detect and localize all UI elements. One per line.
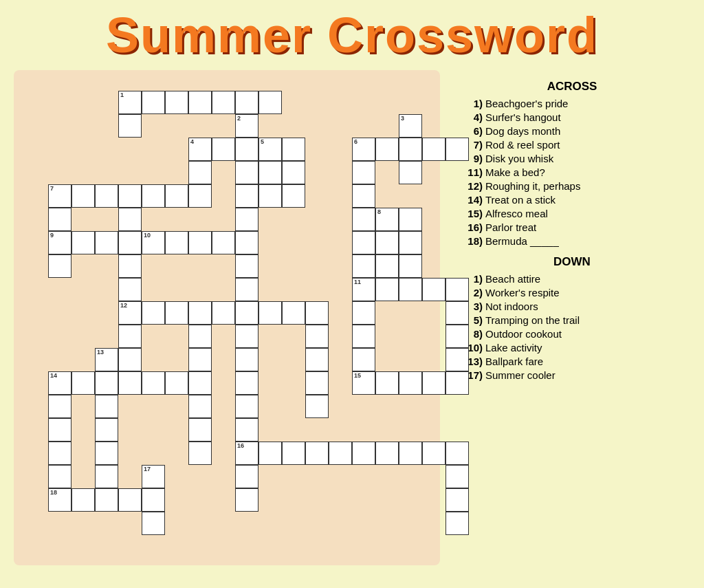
crossword-cell[interactable] — [446, 371, 469, 395]
crossword-cell[interactable] — [235, 138, 258, 161]
crossword-cell[interactable] — [329, 442, 352, 465]
crossword-cell[interactable] — [352, 325, 375, 348]
crossword-cell[interactable] — [212, 138, 235, 161]
crossword-cell[interactable] — [235, 465, 258, 488]
crossword-cell[interactable] — [48, 418, 72, 442]
crossword-cell[interactable] — [188, 301, 212, 325]
crossword-cell[interactable] — [258, 184, 282, 208]
crossword-cell[interactable] — [258, 161, 282, 184]
crossword-cell[interactable] — [282, 442, 305, 465]
crossword-cell[interactable] — [305, 325, 329, 348]
crossword-cell[interactable] — [165, 301, 188, 325]
crossword-cell[interactable] — [446, 465, 469, 488]
crossword-cell[interactable] — [352, 161, 375, 184]
crossword-cell[interactable] — [375, 371, 399, 395]
crossword-cell[interactable] — [399, 278, 422, 301]
crossword-cell[interactable] — [95, 418, 118, 442]
crossword-cell[interactable] — [48, 208, 72, 231]
crossword-cell[interactable] — [446, 488, 469, 512]
crossword-cell[interactable] — [188, 231, 212, 254]
crossword-cell[interactable] — [48, 465, 72, 488]
crossword-cell[interactable] — [399, 254, 422, 278]
crossword-cell[interactable]: 5 — [258, 138, 282, 161]
crossword-cell[interactable] — [399, 231, 422, 254]
crossword-cell[interactable] — [95, 395, 118, 418]
crossword-cell[interactable] — [235, 301, 258, 325]
crossword-cell[interactable]: 3 — [399, 114, 422, 138]
crossword-cell[interactable] — [95, 371, 118, 395]
crossword-cell[interactable] — [165, 184, 188, 208]
crossword-cell[interactable]: 1 — [118, 91, 142, 114]
crossword-cell[interactable] — [188, 418, 212, 442]
crossword-cell[interactable]: 15 — [352, 371, 375, 395]
crossword-cell[interactable] — [446, 278, 469, 301]
crossword-cell[interactable] — [352, 442, 375, 465]
crossword-cell[interactable] — [446, 348, 469, 371]
crossword-cell[interactable] — [305, 442, 329, 465]
crossword-cell[interactable] — [235, 325, 258, 348]
crossword-cell[interactable] — [165, 231, 188, 254]
crossword-cell[interactable] — [375, 278, 399, 301]
crossword-cell[interactable] — [399, 138, 422, 161]
crossword-cell[interactable] — [95, 465, 118, 488]
crossword-cell[interactable] — [48, 254, 72, 278]
crossword-cell[interactable] — [235, 231, 258, 254]
crossword-cell[interactable] — [118, 184, 142, 208]
crossword-cell[interactable] — [188, 325, 212, 348]
crossword-cell[interactable] — [352, 208, 375, 231]
crossword-cell[interactable] — [399, 371, 422, 395]
crossword-cell[interactable]: 17 — [142, 465, 165, 488]
crossword-cell[interactable]: 8 — [375, 208, 399, 231]
crossword-cell[interactable] — [399, 208, 422, 231]
crossword-cell[interactable] — [118, 231, 142, 254]
crossword-cell[interactable] — [118, 325, 142, 348]
crossword-cell[interactable] — [282, 161, 305, 184]
crossword-cell[interactable] — [72, 488, 95, 512]
crossword-cell[interactable]: 18 — [48, 488, 72, 512]
crossword-cell[interactable] — [142, 488, 165, 512]
crossword-cell[interactable] — [399, 161, 422, 184]
crossword-cell[interactable] — [48, 395, 72, 418]
crossword-cell[interactable] — [188, 371, 212, 395]
crossword-cell[interactable] — [446, 442, 469, 465]
crossword-cell[interactable] — [258, 442, 282, 465]
crossword-cell[interactable] — [235, 418, 258, 442]
crossword-cell[interactable] — [142, 371, 165, 395]
crossword-cell[interactable] — [95, 184, 118, 208]
crossword-cell[interactable] — [446, 512, 469, 535]
crossword-cell[interactable]: 16 — [235, 442, 258, 465]
crossword-cell[interactable] — [188, 442, 212, 465]
crossword-cell[interactable]: 7 — [48, 184, 72, 208]
crossword-cell[interactable] — [188, 184, 212, 208]
crossword-cell[interactable] — [72, 371, 95, 395]
crossword-cell[interactable] — [188, 348, 212, 371]
crossword-cell[interactable] — [352, 301, 375, 325]
crossword-cell[interactable] — [48, 442, 72, 465]
crossword-cell[interactable] — [235, 488, 258, 512]
crossword-cell[interactable] — [352, 231, 375, 254]
crossword-cell[interactable]: 10 — [142, 231, 165, 254]
crossword-cell[interactable] — [118, 208, 142, 231]
crossword-cell[interactable] — [235, 348, 258, 371]
crossword-cell[interactable] — [95, 231, 118, 254]
crossword-cell[interactable] — [235, 161, 258, 184]
crossword-cell[interactable] — [235, 371, 258, 395]
crossword-cell[interactable] — [235, 91, 258, 114]
crossword-cell[interactable]: 4 — [188, 138, 212, 161]
crossword-cell[interactable] — [72, 231, 95, 254]
crossword-cell[interactable] — [118, 114, 142, 138]
crossword-cell[interactable] — [446, 325, 469, 348]
crossword-cell[interactable]: 2 — [235, 114, 258, 138]
crossword-cell[interactable] — [422, 442, 446, 465]
crossword-cell[interactable] — [212, 231, 235, 254]
crossword-cell[interactable] — [399, 442, 422, 465]
crossword-cell[interactable] — [352, 184, 375, 208]
crossword-cell[interactable] — [375, 254, 399, 278]
crossword-cell[interactable] — [142, 91, 165, 114]
crossword-cell[interactable] — [235, 254, 258, 278]
crossword-cell[interactable] — [446, 301, 469, 325]
crossword-cell[interactable] — [188, 161, 212, 184]
crossword-cell[interactable] — [188, 395, 212, 418]
crossword-cell[interactable] — [118, 488, 142, 512]
crossword-cell[interactable] — [375, 231, 399, 254]
